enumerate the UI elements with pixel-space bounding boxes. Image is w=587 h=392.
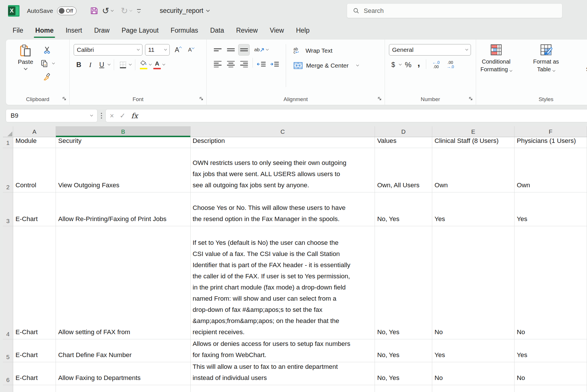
font-size-select[interactable]: 11	[145, 44, 170, 56]
column-header-F[interactable]: F	[514, 126, 587, 137]
cell-F5[interactable]: Yes	[514, 339, 587, 362]
row-header-2[interactable]: 2	[3, 148, 13, 192]
cell-B6[interactable]: Allow Faxing to Departments	[56, 362, 191, 385]
cell-A7[interactable]	[13, 385, 56, 392]
conditional-formatting-button[interactable]: Conditional Formatting	[476, 44, 516, 105]
comma-button[interactable]: ,	[415, 59, 422, 70]
column-header-A[interactable]: A	[13, 126, 56, 137]
increase-indent-button[interactable]	[269, 58, 280, 70]
grow-font-button[interactable]: A	[172, 44, 183, 55]
cell-C5[interactable]: Allows or denies access for users to set…	[191, 339, 375, 362]
format-as-table-button[interactable]: Format as Table	[526, 44, 566, 105]
cell-F7[interactable]	[514, 385, 587, 392]
cell-styles-button[interactable]: Cell Styles	[576, 44, 587, 105]
paste-button[interactable]: Paste	[12, 44, 39, 105]
cell-B1[interactable]: Security	[56, 137, 191, 148]
cancel-icon[interactable]: ×	[110, 112, 114, 120]
title-dropdown-icon[interactable]	[206, 8, 210, 12]
cell-B5[interactable]: Chart Define Fax Number	[56, 339, 191, 362]
tab-insert[interactable]: Insert	[60, 21, 88, 39]
cell-C3[interactable]: Choose Yes or No. This will allow these …	[191, 192, 375, 226]
customize-quick-access-button[interactable]	[137, 9, 141, 13]
row-header-6[interactable]: 6	[3, 362, 13, 385]
save-button[interactable]	[89, 5, 100, 17]
top-align-button[interactable]	[212, 44, 223, 56]
cell-F4[interactable]: No	[514, 226, 587, 339]
clipboard-dialog-launcher[interactable]	[62, 96, 66, 102]
cell-A1[interactable]: Module	[13, 137, 56, 148]
currency-button[interactable]: $	[389, 59, 398, 70]
tab-file[interactable]: File	[7, 21, 29, 39]
cell-B2[interactable]: View Outgoing Faxes	[56, 148, 191, 192]
increase-decimal-button[interactable]: ←.0 .00	[430, 60, 442, 69]
tab-data[interactable]: Data	[204, 21, 230, 39]
select-all-corner[interactable]	[3, 126, 13, 137]
cell-F6[interactable]: No	[514, 362, 587, 385]
merge-center-dropdown-icon[interactable]	[356, 64, 359, 66]
percent-button[interactable]: %	[403, 59, 413, 70]
column-header-E[interactable]: E	[432, 126, 514, 137]
cell-A4[interactable]: E-Chart	[13, 226, 56, 339]
autosave-toggle[interactable]: Off	[57, 7, 77, 15]
merge-center-button[interactable]: Merge & Center	[294, 60, 359, 72]
cell-B3[interactable]: Allow Re-Printing/Faxing of Print Jobs	[56, 192, 191, 226]
borders-button[interactable]	[118, 59, 128, 70]
middle-align-button[interactable]	[225, 44, 236, 56]
italic-button[interactable]: I	[85, 59, 95, 70]
font-color-dropdown-icon[interactable]	[163, 63, 165, 66]
cell-D7[interactable]	[375, 385, 432, 392]
underline-button[interactable]: U	[97, 59, 107, 70]
name-box[interactable]: B9	[6, 109, 97, 122]
fill-color-button[interactable]	[139, 60, 148, 70]
cell-B7[interactable]	[56, 385, 191, 392]
bottom-align-button[interactable]	[238, 44, 250, 56]
tab-view[interactable]: View	[264, 21, 290, 39]
tab-help[interactable]: Help	[290, 21, 316, 39]
cell-E4[interactable]: No	[432, 226, 514, 339]
row-header-1[interactable]: 1	[3, 137, 13, 148]
cell-D5[interactable]: No, Yes	[375, 339, 432, 362]
enter-icon[interactable]: ✓	[120, 112, 126, 120]
column-header-D[interactable]: D	[375, 126, 432, 137]
number-format-select[interactable]: General	[389, 44, 471, 56]
paste-dropdown-icon[interactable]	[24, 66, 28, 70]
borders-dropdown-icon[interactable]	[129, 63, 132, 66]
currency-dropdown-icon[interactable]	[399, 63, 402, 66]
cell-E7[interactable]	[432, 385, 514, 392]
underline-dropdown-icon[interactable]	[108, 63, 111, 66]
cell-D2[interactable]: Own, All Users	[375, 148, 432, 192]
cell-A6[interactable]: E-Chart	[13, 362, 56, 385]
decrease-decimal-button[interactable]: .00 →.0	[444, 60, 457, 69]
alignment-dialog-launcher[interactable]	[377, 96, 382, 102]
align-center-button[interactable]	[225, 58, 236, 70]
cell-A3[interactable]: E-Chart	[13, 192, 56, 226]
cell-D4[interactable]: No, Yes	[375, 226, 432, 339]
align-right-button[interactable]	[238, 58, 250, 70]
cell-D3[interactable]: No, Yes	[375, 192, 432, 226]
document-title[interactable]: security_report	[160, 7, 209, 15]
cell-C1[interactable]: Description	[191, 137, 375, 148]
cell-F2[interactable]: Own	[514, 148, 587, 192]
undo-button[interactable]: ↺	[101, 5, 114, 17]
cell-C4[interactable]: If set to Yes (default is No) the user c…	[191, 226, 375, 339]
search-input[interactable]	[364, 7, 536, 15]
copy-dropdown-icon[interactable]	[52, 62, 55, 64]
orientation-dropdown-icon[interactable]	[266, 48, 269, 51]
number-dialog-launcher[interactable]	[469, 96, 473, 102]
font-color-button[interactable]: A	[152, 60, 162, 70]
tab-home[interactable]: Home	[29, 21, 60, 39]
cut-button[interactable]	[39, 45, 54, 56]
cell-C6[interactable]: This will allow a user to fax to an enti…	[191, 362, 375, 385]
cell-C7[interactable]	[191, 385, 375, 392]
row-header-4[interactable]: 4	[3, 226, 13, 339]
column-header-B[interactable]: B	[56, 126, 191, 137]
cell-A2[interactable]: Control	[13, 148, 56, 192]
cell-E6[interactable]: No	[432, 362, 514, 385]
cell-A5[interactable]: E-Chart	[13, 339, 56, 362]
formula-input[interactable]	[144, 109, 587, 122]
cell-D6[interactable]: No, Yes	[375, 362, 432, 385]
align-left-button[interactable]	[212, 58, 223, 70]
cell-E5[interactable]: Yes	[432, 339, 514, 362]
font-family-select[interactable]: Calibri	[74, 44, 142, 56]
font-dialog-launcher[interactable]	[199, 96, 204, 102]
